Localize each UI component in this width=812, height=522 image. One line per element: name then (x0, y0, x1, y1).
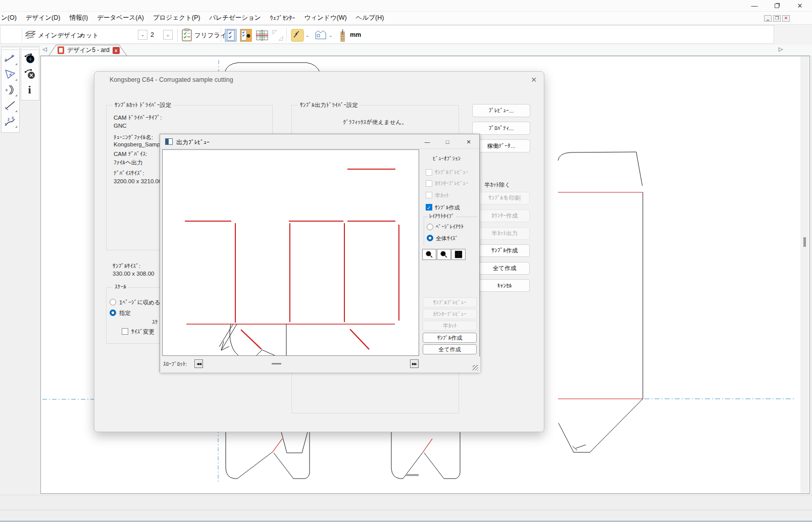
scale-combo[interactable]: ⌄ (163, 30, 173, 40)
checklist-doc-icon[interactable] (225, 29, 237, 43)
scale-partial-label: ｽｹ (152, 319, 160, 325)
slope-step-left-button[interactable]: ◀◀ (194, 359, 203, 368)
groupbox-title: ｻﾝﾌﾟﾙ出力ﾄﾞﾗｲﾊﾞｰ設定 (298, 101, 360, 109)
device-size-value: 3200.00 x 3210.00 (114, 178, 162, 184)
tab-close-button[interactable]: x (113, 47, 120, 54)
slope-slider-thumb[interactable] (272, 363, 281, 364)
print-sample-button[interactable]: ｻﾝﾌﾟﾙを印刷 (479, 192, 530, 204)
preview-button[interactable]: ﾌﾟﾚﾋﾞｭｰ... (472, 104, 530, 117)
make-sample-button-preview[interactable]: ｻﾝﾌﾟﾙ作成 (423, 333, 477, 343)
palette-drag-handle[interactable] (3, 47, 18, 50)
tab-scroll-left-icon[interactable]: ◁ (42, 46, 46, 53)
window-minimize-button[interactable]: — (743, 0, 766, 11)
sample-preview-checkbox[interactable] (426, 169, 432, 176)
dialog-title: Kongsberg C64 - Corrugated sample cuttin… (110, 76, 233, 83)
preview-close-button[interactable]: ✕ (463, 137, 474, 146)
resize-checkbox-label: ｻｲｽﾞ変更 (131, 328, 155, 336)
units-label: mm (350, 31, 361, 38)
menu-item-window[interactable]: ウィンドウ(W) (300, 12, 351, 24)
mdi-restore-button[interactable]: ❐ (773, 15, 781, 22)
cam-driver-type-label: CAM ﾄﾞﾗｲﾊﾞｰﾀｲﾌﾟ: (114, 115, 162, 121)
line-angle-tool[interactable] (2, 50, 18, 66)
flyout-indicator-icon (15, 79, 17, 81)
counter-preview-button[interactable]: ｶｳﾝﾀｰﾌﾟﾚﾋﾞｭｰ (423, 309, 477, 319)
cam-device-value: ﾌｧｲﾙへ出力 (114, 159, 143, 167)
make-all-button[interactable]: 全て作成 (479, 262, 530, 275)
svg-text:1: 1 (5, 123, 7, 126)
window-close-button[interactable]: ✕ (789, 0, 811, 11)
line-tool[interactable] (2, 97, 18, 113)
active-layer-label: メインデザイン (38, 31, 83, 40)
tab-scroll-right-icon[interactable]: ▷ (779, 46, 783, 53)
menu-item-palletization[interactable]: パレチゼーション (205, 12, 265, 24)
specify-label: 指定 (119, 309, 131, 317)
mdi-minimize-button[interactable]: ‗ (764, 15, 772, 22)
specify-radio[interactable] (110, 309, 116, 316)
cancel-button[interactable]: ｷｬﾝｾﾙ (479, 279, 530, 292)
make-sample-button[interactable]: ｻﾝﾌﾟﾙ作成 (479, 244, 530, 257)
counter-preview-checkbox[interactable] (426, 180, 432, 187)
page-layout-radio[interactable] (427, 224, 433, 230)
layers-icon[interactable] (25, 30, 36, 41)
menu-item-project[interactable]: プロジェクト(P) (148, 12, 205, 24)
grid-lines-icon[interactable] (256, 29, 269, 43)
fit-one-page-radio[interactable] (110, 299, 116, 305)
ruler-icon[interactable] (337, 29, 348, 44)
preview-minimize-button[interactable]: — (422, 137, 433, 146)
zoom-in-button[interactable] (422, 249, 436, 260)
cone-tool[interactable] (2, 66, 18, 82)
vertical-scrollbar-thumb[interactable] (803, 237, 806, 247)
slope-slider-track[interactable] (204, 359, 409, 368)
make-all-button-preview[interactable]: 全て作成 (423, 344, 477, 354)
palette-drag-handle[interactable] (22, 47, 38, 50)
window-restore-button[interactable] (766, 0, 788, 11)
expand-arrows-icon-disabled[interactable] (271, 29, 284, 43)
shape-dropdown-chevron[interactable]: ⌄ (329, 33, 333, 38)
vertical-scrollbar[interactable] (800, 57, 809, 493)
dialog-close-icon[interactable]: ✕ (529, 75, 539, 85)
delete-point-tool[interactable] (21, 66, 38, 82)
preview-maximize-button[interactable]: □ (442, 137, 453, 146)
flyout-indicator-icon (15, 63, 17, 65)
slope-step-right-button[interactable]: ▶▶ (410, 359, 419, 368)
polyline-sequence-tool[interactable]: 1 2 3 (2, 113, 18, 129)
mdi-close-button[interactable]: ✕ (782, 15, 790, 22)
view-options-title: ﾋﾞｭｰｵﾌﾟｼｮﾝ (433, 155, 461, 162)
menu-item-info[interactable]: 情報(I) (65, 12, 92, 24)
run-data-button[interactable]: 稼働ﾃﾞｰﾀ... (472, 139, 530, 152)
menu-item-options-partial[interactable]: ン(O) (0, 12, 21, 24)
zoom-out-button[interactable] (437, 249, 451, 260)
menu-item-design[interactable]: デザイン(D) (21, 12, 65, 24)
toolbar: メインデザイン カット ⌄ 2 ⌄ フリフライト (0, 25, 812, 44)
menu-item-help[interactable]: ヘルプ(H) (351, 12, 389, 24)
info-tool[interactable]: i (21, 82, 38, 97)
layer-combo[interactable]: ⌄ (138, 30, 147, 40)
properties-button[interactable]: ﾌﾟﾛﾊﾟﾃｨ... (472, 122, 530, 135)
preview-titlebar[interactable]: 出力ﾌﾟﾚﾋﾞｭｰ — □ ✕ (160, 134, 479, 149)
reroute-dropdown-chevron[interactable]: ⌄ (306, 33, 310, 38)
preflight-icon[interactable] (181, 28, 192, 43)
sample-preview-button[interactable]: ｻﾝﾌﾟﾙﾌﾟﾚﾋﾞｭｰ (423, 297, 477, 307)
half-cut-button[interactable]: 半ｶｯﾄ (423, 321, 477, 331)
preview-canvas[interactable] (162, 149, 419, 356)
make-sample-checkbox[interactable]: ✓ (426, 204, 432, 211)
arc-tool[interactable] (2, 82, 18, 97)
half-cut-output-button[interactable]: 半ｶｯﾄ出力 (479, 227, 530, 240)
menu-item-database[interactable]: データベース(A) (92, 12, 148, 24)
flyout-indicator-icon (15, 110, 17, 112)
shape-tool-icon[interactable] (314, 29, 327, 43)
app-arrows-icon[interactable] (5, 29, 18, 43)
add-point-tool[interactable] (21, 50, 38, 66)
half-cut-checkbox[interactable] (426, 192, 432, 198)
menu-item-webcenter[interactable]: ｳｪﾌﾞｾﾝﾀｰ (266, 13, 300, 24)
tab-design5[interactable]: デザイン5 - ard x (48, 44, 127, 56)
full-size-radio[interactable] (427, 235, 433, 241)
zoom-fit-button[interactable] (451, 249, 466, 260)
output-preview-dialog: 出力ﾌﾟﾚﾋﾞｭｰ — □ ✕ (160, 134, 480, 372)
user-doc-icon[interactable] (240, 29, 252, 43)
page-layout-label: ﾍﾟｰｼﾞﾚｲｱｳﾄ (436, 224, 464, 230)
resize-grip[interactable] (473, 365, 478, 371)
resize-checkbox[interactable] (122, 328, 128, 335)
make-counter-button[interactable]: ｶｳﾝﾀｰ作成 (479, 210, 530, 222)
reroute-tool-icon[interactable] (291, 29, 304, 43)
